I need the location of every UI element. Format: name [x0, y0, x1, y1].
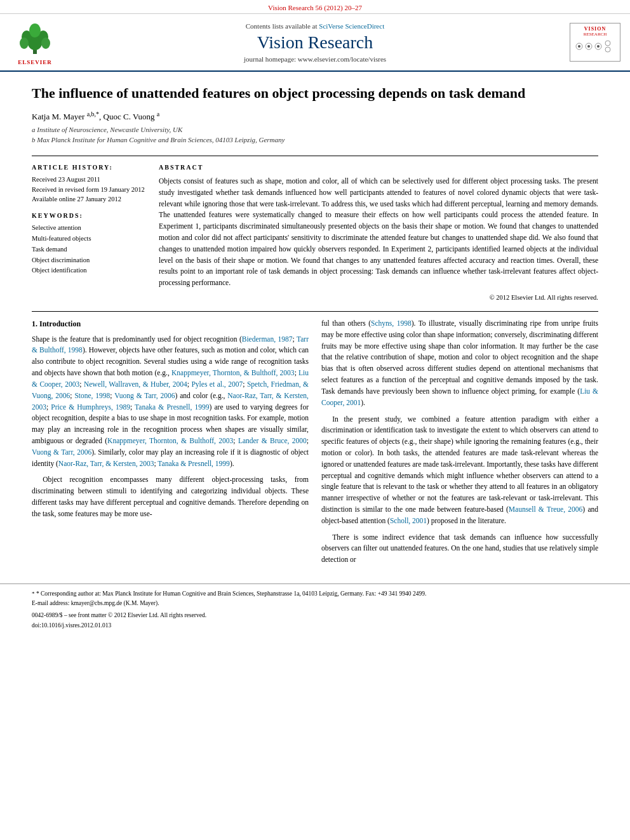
keyword-4: Object discrimination: [32, 255, 146, 266]
footer-doi: doi:10.1016/j.visres.2012.01.013: [32, 621, 598, 630]
elsevier-tree-icon: [13, 19, 57, 57]
article-footer: * * Corresponding author at: Max Planck …: [0, 583, 630, 636]
intro-para-5: There is some indirect evidence that tas…: [321, 532, 598, 566]
ref-vuong-tarr2[interactable]: Vuong & Tarr, 2006: [32, 448, 91, 456]
abstract-section: Abstract Objects consist of features suc…: [159, 164, 598, 301]
keywords-section: Keywords: Selective attention Multi-feat…: [32, 212, 146, 276]
article-info: Article history: Received 23 August 2011…: [32, 164, 146, 301]
affiliation-a: a Institute of Neuroscience, Newcastle U…: [32, 124, 598, 135]
ref-stone[interactable]: Stone, 1998: [74, 392, 110, 399]
badge-subtitle: RESEARCH: [573, 32, 617, 37]
footnote-email: E-mail address: kmayer@cbs.mpg.de (K.M. …: [32, 599, 598, 608]
keyword-2: Multi-featured objects: [32, 234, 146, 244]
intro-para-4: In the present study, we combined a feat…: [321, 414, 598, 527]
body-col-left: 1. Introduction Shape is the feature tha…: [32, 318, 309, 571]
keyword-1: Selective attention: [32, 223, 146, 234]
body-col-right: ful than others (Schyns, 1998). To illus…: [321, 318, 598, 571]
affiliations: a Institute of Neuroscience, Newcastle U…: [32, 124, 598, 145]
ref-tanaka2[interactable]: Tanaka & Presnell, 1999: [158, 460, 230, 467]
svg-point-6: [29, 23, 41, 37]
ref-knappmeyer2[interactable]: Knappmeyer, Thornton, & Bulthoff, 2003: [107, 437, 233, 444]
badge-eye-icon: [573, 37, 617, 56]
keywords-list: Selective attention Multi-featured objec…: [32, 223, 146, 276]
intro-para-1: Shape is the feature that is predominant…: [32, 334, 309, 470]
footer-issn: 0042-6989/$ – see front matter © 2012 El…: [32, 611, 598, 620]
ref-price[interactable]: Price & Humphreys, 1989: [51, 403, 130, 411]
svg-point-14: [605, 47, 610, 52]
svg-point-13: [605, 41, 610, 46]
affiliation-b: b Max Planck Institute for Human Cogniti…: [32, 135, 598, 145]
keyword-5: Object identification: [32, 265, 146, 276]
ref-tanaka[interactable]: Tanaka & Presnell, 1999: [135, 403, 209, 411]
abstract-text: Objects consist of features such as shap…: [159, 176, 598, 289]
copyright: © 2012 Elsevier Ltd. All rights reserved…: [159, 294, 598, 301]
journal-citation: Vision Research 56 (2012) 20–27: [268, 4, 362, 11]
available-date: Available online 27 January 2012: [32, 194, 146, 204]
ref-liu-cooper2[interactable]: Liu & Cooper, 2001: [321, 387, 598, 406]
elsevier-logo-area: ELSEVIER: [6, 19, 64, 65]
ref-pyles[interactable]: Pyles et al., 2007: [191, 380, 243, 388]
ref-scholl[interactable]: Scholl, 2001: [390, 517, 427, 524]
svg-point-5: [41, 37, 50, 49]
keyword-3: Task demand: [32, 244, 146, 255]
article-content: The influence of unattended features on …: [0, 72, 630, 583]
svg-point-10: [587, 45, 590, 48]
ref-lander[interactable]: Lander & Bruce, 2000: [238, 437, 307, 444]
svg-point-12: [597, 45, 600, 48]
vision-research-badge: VISION RESEARCH: [570, 23, 620, 62]
body-columns: 1. Introduction Shape is the feature tha…: [32, 318, 598, 571]
badge-title: VISION: [573, 26, 617, 32]
keywords-heading: Keywords:: [32, 212, 146, 219]
ref-naor-raz2[interactable]: Naor-Raz, Tarr, & Kersten, 2003: [58, 460, 154, 467]
article-info-abstract: Article history: Received 23 August 2011…: [32, 156, 598, 301]
journal-badge-area: VISION RESEARCH: [566, 19, 624, 65]
journal-header: ELSEVIER Contents lists available at Sci…: [0, 14, 630, 72]
journal-title-area: Contents lists available at SciVerse Sci…: [70, 19, 560, 65]
ref-vuong-tarr[interactable]: Vuong & Tarr, 2006: [114, 392, 175, 399]
svg-point-4: [20, 37, 29, 49]
received-date: Received 23 August 2011: [32, 175, 146, 185]
revised-date: Received in revised form 19 January 2012: [32, 185, 146, 195]
ref-newell[interactable]: Newell, Wallraven, & Huber, 2004: [84, 380, 187, 388]
journal-title: Vision Research: [257, 32, 373, 53]
elsevier-label: ELSEVIER: [18, 59, 52, 65]
ref-knappmeyer[interactable]: Knappmeyer, Thornton, & Bulthoff, 2003: [171, 369, 295, 377]
authors: Katja M. Mayer a,b,*, Quoc C. Vuong a: [32, 110, 598, 122]
history-section: Article history: Received 23 August 2011…: [32, 164, 146, 204]
ref-biederman[interactable]: Biederman, 1987: [242, 335, 293, 343]
article-title: The influence of unattended features on …: [32, 84, 598, 103]
svg-point-8: [578, 45, 580, 48]
sciverse-link[interactable]: SciVerse ScienceDirect: [319, 22, 384, 30]
section-divider: [32, 311, 598, 312]
intro-para-2: Object recognition encompasses many diff…: [32, 474, 309, 519]
journal-homepage: journal homepage: www.elsevier.com/locat…: [244, 55, 386, 63]
abstract-heading: Abstract: [159, 164, 598, 171]
intro-para-3: ful than others (Schyns, 1998). To illus…: [321, 318, 598, 409]
ref-schyns[interactable]: Schyns, 1998: [371, 319, 412, 327]
history-heading: Article history:: [32, 164, 146, 171]
intro-heading: 1. Introduction: [32, 318, 309, 330]
authors-text: Katja M. Mayer a,b,*, Quoc C. Vuong a: [32, 112, 159, 121]
ref-maunsell[interactable]: Maunsell & Treue, 2006: [509, 505, 583, 513]
footnote-corresponding: * * Corresponding author at: Max Planck …: [32, 589, 598, 599]
journal-citation-bar: Vision Research 56 (2012) 20–27: [0, 0, 630, 14]
page: Vision Research 56 (2012) 20–27 ELSEVIER…: [0, 0, 630, 636]
contents-line: Contents lists available at SciVerse Sci…: [246, 22, 384, 30]
